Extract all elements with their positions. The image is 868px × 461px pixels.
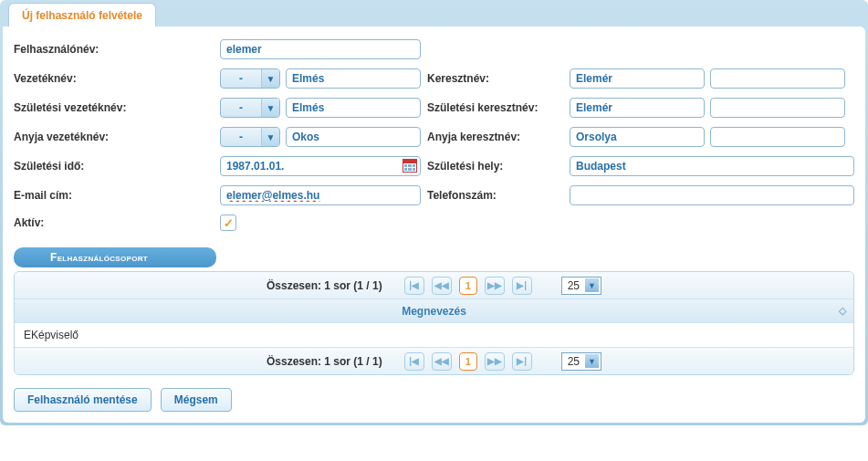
- label-phone: Telefonszám:: [427, 189, 564, 202]
- prefix-birth-surname-dropdown[interactable]: - ▼: [220, 98, 280, 118]
- page-size-value: 25: [568, 355, 580, 368]
- chevron-down-icon: ▼: [261, 69, 279, 88]
- surname-input[interactable]: [286, 68, 421, 89]
- label-birth-place: Születési hely:: [427, 160, 564, 173]
- pager-top: Összesen: 1 sor (1 / 1) |◀ ◀◀ 1 ▶▶ ▶| 25…: [15, 272, 853, 299]
- pager-summary: Összesen: 1 sor (1 / 1): [267, 355, 382, 368]
- pager-first-button[interactable]: |◀: [404, 277, 424, 295]
- label-surname: Vezetéknév:: [14, 72, 214, 85]
- active-checkbox[interactable]: ✓: [220, 215, 236, 231]
- page-size-select[interactable]: 25 ▼: [561, 352, 601, 371]
- tab-panel: Új felhasználó felvétele Felhasználónév:…: [0, 0, 868, 425]
- usergroup-panel: Összesen: 1 sor (1 / 1) |◀ ◀◀ 1 ▶▶ ▶| 25…: [14, 271, 854, 375]
- pager-prev-button[interactable]: ◀◀: [432, 277, 452, 295]
- sort-icon: ◇: [839, 305, 846, 317]
- pager-page-number[interactable]: 1: [459, 277, 477, 295]
- birth-firstname2-input[interactable]: [710, 98, 845, 118]
- pager-first-button[interactable]: |◀: [404, 352, 424, 371]
- calendar-icon[interactable]: [403, 159, 417, 173]
- table-row[interactable]: EKépviselő: [15, 323, 853, 347]
- tab-new-user[interactable]: Új felhasználó felvétele: [8, 3, 156, 26]
- prefix-mother-surname-dropdown[interactable]: - ▼: [220, 127, 280, 147]
- button-bar: Felhasználó mentése Mégsem: [14, 388, 854, 412]
- label-birth-surname: Születési vezetéknév:: [14, 101, 214, 114]
- mother-firstname2-input[interactable]: [710, 127, 845, 147]
- pager-last-button[interactable]: ▶|: [512, 277, 532, 295]
- birth-firstname1-input[interactable]: [570, 98, 705, 118]
- birth-place-input[interactable]: [570, 156, 854, 176]
- prefix-surname-value: -: [221, 72, 261, 85]
- prefix-birth-surname-value: -: [221, 101, 261, 114]
- firstname2-input[interactable]: [710, 68, 845, 89]
- save-button[interactable]: Felhasználó mentése: [14, 388, 152, 412]
- pager-bottom: Összesen: 1 sor (1 / 1) |◀ ◀◀ 1 ▶▶ ▶| 25…: [15, 347, 853, 374]
- label-email: E-mail cím:: [14, 189, 214, 202]
- chevron-down-icon: ▼: [261, 99, 279, 117]
- label-username: Felhasználónév:: [14, 43, 214, 56]
- label-mother-firstname: Anyja keresztnév:: [427, 131, 564, 143]
- mother-surname-input[interactable]: [286, 127, 421, 147]
- prefix-mother-surname-value: -: [221, 131, 261, 143]
- chevron-down-icon: ▼: [585, 278, 599, 292]
- birth-date-input[interactable]: [220, 156, 421, 176]
- username-input[interactable]: [220, 39, 421, 59]
- pager-next-button[interactable]: ▶▶: [485, 352, 505, 371]
- pager-next-button[interactable]: ▶▶: [485, 277, 505, 295]
- form-content: Felhasználónév: Vezetéknév: - ▼ Keresztn…: [3, 26, 865, 423]
- page-size-select[interactable]: 25 ▼: [561, 277, 601, 295]
- tab-header: Új felhasználó felvétele: [3, 3, 865, 26]
- phone-input[interactable]: [570, 185, 854, 205]
- page-size-value: 25: [568, 279, 580, 292]
- label-mother-surname: Anyja vezetéknév:: [14, 131, 214, 143]
- column-header-label: Megnevezés: [402, 305, 466, 318]
- label-firstname: Keresztnév:: [427, 72, 564, 85]
- prefix-surname-dropdown[interactable]: - ▼: [220, 68, 280, 89]
- email-input[interactable]: [220, 185, 421, 205]
- mother-firstname1-input[interactable]: [570, 127, 705, 147]
- chevron-down-icon: ▼: [261, 128, 279, 146]
- birth-surname-input[interactable]: [286, 98, 421, 118]
- label-birth-date: Születési idő:: [14, 160, 214, 173]
- pager-last-button[interactable]: ▶|: [512, 352, 532, 371]
- firstname1-input[interactable]: [570, 68, 705, 89]
- section-usergroup-header: Felhasználócsoport: [14, 247, 216, 267]
- pager-prev-button[interactable]: ◀◀: [432, 352, 452, 371]
- table-header-megnevezes[interactable]: Megnevezés ◇: [15, 299, 853, 323]
- pager-summary: Összesen: 1 sor (1 / 1): [267, 279, 382, 292]
- label-birth-firstname: Születési keresztnév:: [427, 101, 564, 114]
- pager-page-number[interactable]: 1: [459, 352, 477, 371]
- cancel-button[interactable]: Mégsem: [161, 388, 232, 412]
- chevron-down-icon: ▼: [585, 354, 599, 368]
- label-active: Aktív:: [14, 216, 214, 229]
